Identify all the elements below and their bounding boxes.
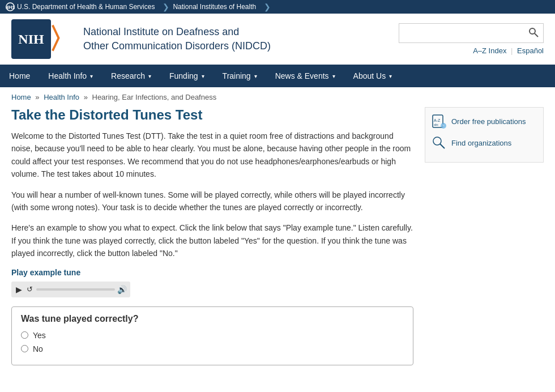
nih-bracket: 〉: [48, 25, 76, 53]
nih-link[interactable]: National Institutes of Health: [173, 3, 261, 11]
nav-home[interactable]: Home: [0, 65, 39, 87]
organizations-icon: [431, 135, 447, 151]
nih-logo: NIH: [11, 19, 51, 59]
page-title: Take the Distorted Tunes Test: [11, 107, 413, 123]
search-area: A–Z Index | Español: [399, 23, 544, 55]
yes-radio[interactable]: [21, 331, 28, 339]
search-icon: [528, 27, 539, 37]
svg-text:A-Z: A-Z: [434, 118, 441, 122]
svg-point-2: [530, 28, 535, 34]
nav-news-events[interactable]: News & Events ▾: [266, 65, 344, 87]
chevron-down-icon-2: ▾: [148, 73, 151, 79]
sidebar-box: A-Z abc ? Order free publications Find o…: [425, 107, 544, 163]
main-content: Take the Distorted Tunes Test Welcome to…: [11, 107, 413, 365]
chevron-down-icon-4: ▾: [254, 73, 257, 79]
svg-line-3: [535, 33, 538, 37]
breadcrumb-home[interactable]: Home: [11, 93, 31, 101]
sidebar: A-Z abc ? Order free publications Find o…: [425, 107, 544, 365]
main-nav: Home Health Info ▾ Research ▾ Funding ▾ …: [0, 65, 555, 87]
find-organizations-link[interactable]: Find organizations: [431, 135, 537, 151]
chevron-down-icon-3: ▾: [202, 73, 204, 79]
svg-point-9: [433, 137, 441, 145]
chevron-icon-2: ❯: [264, 2, 271, 11]
play-button[interactable]: ▶: [15, 284, 23, 295]
hhs-icon: HHS: [6, 2, 15, 11]
order-publications-link[interactable]: A-Z abc ? Order free publications: [431, 113, 537, 129]
chevron-icon: ❯: [163, 2, 169, 11]
svg-text:HHS: HHS: [6, 5, 15, 10]
audio-player: ▶ ↺ 🔊: [11, 282, 130, 297]
svg-text:?: ?: [442, 124, 444, 128]
nav-training[interactable]: Training ▾: [214, 65, 266, 87]
nav-research[interactable]: Research ▾: [102, 65, 160, 87]
no-radio[interactable]: [21, 345, 28, 352]
chevron-down-icon-6: ▾: [389, 73, 392, 79]
breadcrumb-health-info[interactable]: Health Info: [44, 93, 79, 101]
az-index-link[interactable]: A–Z Index: [473, 46, 506, 55]
search-input[interactable]: [399, 25, 524, 41]
play-example-label: Play example tune: [11, 268, 413, 277]
search-box: [399, 23, 544, 43]
radio-no-option: No: [21, 344, 404, 353]
yes-label[interactable]: Yes: [33, 331, 46, 340]
org-title: National Institute on Deafness and Other…: [83, 25, 271, 53]
radio-yes-option: Yes: [21, 331, 404, 340]
question-title: Was tune played correctly?: [21, 314, 404, 324]
intro-paragraph-3: Here's an example to show you what to ex…: [11, 221, 413, 259]
replay-button[interactable]: ↺: [25, 284, 34, 295]
volume-icon: 🔊: [117, 285, 127, 294]
logo-area: NIH 〉 National Institute on Deafness and…: [11, 19, 271, 59]
hhs-link[interactable]: HHS U.S. Department of Health & Human Se…: [6, 2, 159, 11]
intro-paragraph-1: Welcome to the Distorted Tunes Test (DTT…: [11, 130, 413, 181]
audio-progress-bar: [36, 288, 115, 291]
breadcrumb: Home » Health Info » Hearing, Ear Infect…: [0, 87, 555, 107]
publications-icon: A-Z abc ?: [431, 113, 447, 129]
content-area: Take the Distorted Tunes Test Welcome to…: [0, 107, 555, 377]
espanol-link[interactable]: Español: [517, 46, 544, 55]
search-button[interactable]: [524, 24, 543, 42]
chevron-down-icon-5: ▾: [332, 73, 335, 79]
intro-paragraph-2: You will hear a number of well-known tun…: [11, 189, 413, 214]
header-links: A–Z Index | Español: [473, 46, 544, 55]
nav-funding[interactable]: Funding ▾: [160, 65, 214, 87]
nih-text: NIH: [18, 32, 44, 47]
question-box: Was tune played correctly? Yes No: [11, 306, 413, 365]
svg-line-10: [440, 144, 445, 148]
top-bar: HHS U.S. Department of Health & Human Se…: [0, 0, 555, 14]
breadcrumb-current: Hearing, Ear Infections, and Deafness: [92, 93, 217, 101]
nav-about-us[interactable]: About Us ▾: [344, 65, 402, 87]
no-label[interactable]: No: [33, 344, 43, 353]
header: NIH 〉 National Institute on Deafness and…: [0, 14, 555, 65]
svg-text:abc: abc: [434, 123, 439, 126]
chevron-down-icon: ▾: [90, 73, 93, 79]
nav-health-info[interactable]: Health Info ▾: [39, 65, 102, 87]
